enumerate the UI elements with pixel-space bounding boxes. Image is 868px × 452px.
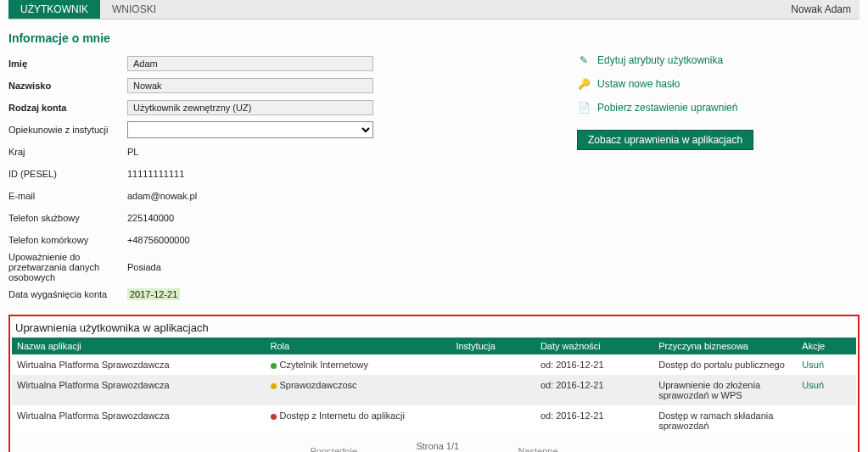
- link-edit-attributes[interactable]: ✎ Edytuj atrybuty użytkownika: [577, 53, 860, 67]
- label-country: Kraj: [8, 147, 127, 157]
- link-download-permissions[interactable]: 📄 Pobierz zestawienie uprawnień: [577, 101, 860, 114]
- pager: Poprzednie Strona 1/1 Pokazano rekordów:…: [12, 441, 856, 452]
- value-pesel: 11111111111: [127, 169, 399, 179]
- download-icon: 📄: [577, 101, 591, 114]
- cell-reason: Dostęp do portalu publicznego: [653, 354, 797, 375]
- th-institution[interactable]: Instytucja: [451, 338, 535, 354]
- cell-role: Dostęp z Internetu do aplikacji: [266, 405, 451, 436]
- cell-role: Sprawozdawczosc: [266, 375, 451, 405]
- value-consent: Posiada: [127, 262, 399, 272]
- cell-institution: [451, 354, 535, 375]
- app-permissions-title: Uprawnienia użytkownika w aplikacjach: [12, 320, 856, 338]
- th-role[interactable]: Rola: [266, 338, 451, 354]
- tab-requests[interactable]: WNIOSKI: [100, 0, 168, 19]
- label-guardians: Opiekunowie z instytucji: [8, 125, 127, 135]
- label-expiry: Data wygaśnięcia konta: [8, 289, 127, 299]
- topbar: UŻYTKOWNIK WNIOSKI Nowak Adam: [8, 0, 860, 20]
- app-permissions-section: Uprawnienia użytkownika w aplikacjach Na…: [8, 315, 860, 452]
- value-first-name: Adam: [127, 56, 373, 71]
- current-user-label: Nowak Adam: [782, 0, 860, 19]
- cell-action: Usuń: [797, 375, 856, 405]
- label-first-name: Imię: [8, 59, 127, 69]
- pager-prev[interactable]: Poprzednie: [310, 446, 357, 452]
- value-last-name: Nowak: [127, 78, 373, 93]
- th-app[interactable]: Nazwa aplikacji: [12, 338, 266, 354]
- label-phone-work: Telefon służbowy: [8, 213, 127, 223]
- cell-app: Wirtualna Platforma Sprawozdawcza: [12, 405, 266, 436]
- label-last-name: Nazwisko: [8, 81, 127, 91]
- link-edit-attributes-label: Edytuj atrybuty użytkownika: [597, 54, 723, 66]
- value-expiry: 2017-12-21: [127, 288, 180, 300]
- cell-reason: Dostęp w ramach składania sprawozdań: [653, 405, 797, 436]
- link-set-password-label: Ustaw nowe hasło: [597, 78, 680, 90]
- cell-action: [797, 405, 856, 436]
- side-actions: ✎ Edytuj atrybuty użytkownika 🔑 Ustaw no…: [424, 53, 860, 306]
- user-info-panel: Imię Adam Nazwisko Nowak Rodzaj konta Uż…: [8, 53, 399, 306]
- edit-icon: ✎: [577, 53, 591, 67]
- status-dot-icon: [271, 363, 277, 369]
- cell-action: Usuń: [797, 354, 856, 375]
- status-dot-icon: [271, 383, 277, 389]
- cell-institution: [451, 405, 535, 436]
- status-dot-icon: [271, 414, 277, 420]
- main-tabs: UŻYTKOWNIK WNIOSKI: [8, 0, 168, 19]
- link-set-password[interactable]: 🔑 Ustaw nowe hasło: [577, 77, 860, 91]
- page-title: Informacje o mnie: [8, 31, 860, 45]
- cell-app: Wirtualna Platforma Sprawozdawcza: [12, 375, 266, 405]
- value-country: PL: [127, 147, 399, 157]
- cell-dates: od: 2016-12-21: [535, 405, 653, 436]
- cell-dates: od: 2016-12-21: [535, 354, 653, 375]
- table-row: Wirtualna Platforma SprawozdawczaDostęp …: [12, 405, 856, 436]
- label-phone-mobile: Telefon komórkowy: [8, 235, 127, 245]
- value-phone-mobile: +48756000000: [127, 235, 399, 245]
- cell-institution: [451, 375, 535, 405]
- pager-page: Strona 1/1: [416, 441, 459, 451]
- value-account-type: Użytkownik zewnętrzny (UZ): [127, 100, 373, 115]
- table-row: Wirtualna Platforma SprawozdawczaSprawoz…: [12, 375, 856, 405]
- guardians-select[interactable]: [127, 121, 373, 138]
- th-actions: Akcje: [797, 338, 856, 354]
- delete-link[interactable]: Usuń: [802, 380, 824, 390]
- tab-user[interactable]: UŻYTKOWNIK: [8, 0, 100, 19]
- cell-dates: od: 2016-12-21: [535, 375, 653, 405]
- delete-link[interactable]: Usuń: [802, 360, 824, 370]
- label-consent: Upoważnienie do przetwarzania danych oso…: [8, 252, 127, 282]
- th-dates[interactable]: Daty ważności: [535, 338, 653, 354]
- table-row: Wirtualna Platforma SprawozdawczaCzyteln…: [12, 354, 856, 375]
- value-phone-work: 225140000: [127, 213, 399, 223]
- cell-reason: Uprawnienie do złożenia sprawozdań w WPS: [653, 375, 797, 405]
- label-email: E-mail: [8, 191, 127, 201]
- pager-next[interactable]: Następne: [518, 446, 558, 452]
- cell-role: Czytelnik Internetowy: [266, 354, 451, 375]
- cell-app: Wirtualna Platforma Sprawozdawcza: [12, 354, 266, 375]
- value-email: adam@nowak.pl: [127, 191, 399, 201]
- permissions-table: Nazwa aplikacji Rola Instytucja Daty waż…: [12, 338, 856, 436]
- th-reason[interactable]: Przyczyna biznesowa: [653, 338, 797, 354]
- table-header-row: Nazwa aplikacji Rola Instytucja Daty waż…: [12, 338, 856, 354]
- view-app-permissions-button[interactable]: Zobacz uprawnienia w aplikacjach: [577, 130, 753, 150]
- link-download-permissions-label: Pobierz zestawienie uprawnień: [597, 102, 737, 114]
- key-icon: 🔑: [577, 77, 591, 91]
- label-account-type: Rodzaj konta: [8, 103, 127, 113]
- label-pesel: ID (PESEL): [8, 169, 127, 179]
